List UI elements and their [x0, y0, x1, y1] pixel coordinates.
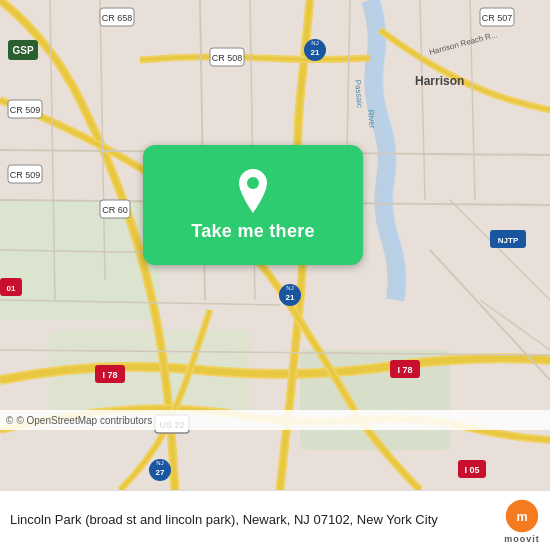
- svg-text:01: 01: [7, 284, 16, 293]
- svg-text:CR 658: CR 658: [102, 13, 133, 23]
- svg-text:CR 509: CR 509: [10, 105, 41, 115]
- svg-text:GSP: GSP: [12, 45, 33, 56]
- location-info: Lincoln Park (broad st and lincoln park)…: [10, 511, 494, 529]
- moovit-logo: m moovit: [504, 498, 540, 544]
- svg-text:NJ: NJ: [286, 285, 293, 291]
- svg-text:I 78: I 78: [102, 370, 117, 380]
- svg-text:21: 21: [311, 48, 320, 57]
- moovit-icon: m: [504, 498, 540, 534]
- svg-text:NJTP: NJTP: [498, 236, 519, 245]
- take-me-there-label: Take me there: [191, 221, 315, 242]
- attribution-text: © OpenStreetMap contributors: [16, 415, 152, 426]
- svg-text:CR 507: CR 507: [482, 13, 513, 23]
- svg-text:21: 21: [286, 293, 295, 302]
- osm-icon: ©: [6, 415, 13, 426]
- svg-text:NJ: NJ: [156, 460, 163, 466]
- svg-text:Harrison: Harrison: [415, 74, 464, 88]
- map-attribution: © © OpenStreetMap contributors: [0, 410, 550, 430]
- location-pin-icon: [235, 169, 271, 213]
- svg-text:CR 509: CR 509: [10, 170, 41, 180]
- moovit-text: moovit: [504, 534, 540, 544]
- svg-text:River: River: [366, 109, 377, 129]
- map-container: CR 658 CR 507 CR 508 CR 509 CR 509 CR 60…: [0, 0, 550, 490]
- svg-text:NJ: NJ: [311, 40, 318, 46]
- take-me-there-button[interactable]: Take me there: [143, 145, 363, 265]
- svg-text:CR 508: CR 508: [212, 53, 243, 63]
- svg-text:I 78: I 78: [397, 365, 412, 375]
- svg-text:CR 60: CR 60: [102, 205, 128, 215]
- svg-text:I 05: I 05: [464, 465, 479, 475]
- svg-point-58: [247, 177, 259, 189]
- info-bar: Lincoln Park (broad st and lincoln park)…: [0, 490, 550, 550]
- svg-text:27: 27: [156, 468, 165, 477]
- svg-text:m: m: [516, 510, 527, 524]
